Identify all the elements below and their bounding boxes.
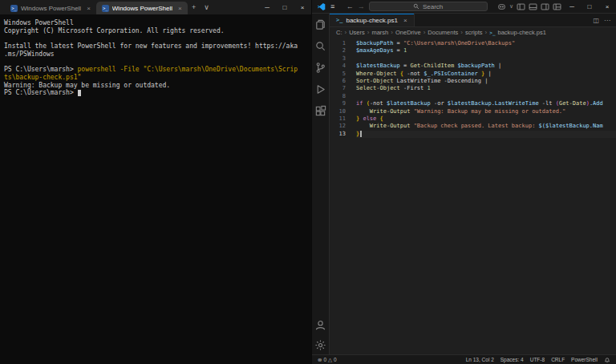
code-line[interactable]: } — [356, 131, 616, 138]
code-token: .PSIsContainer — [431, 71, 478, 77]
settings-gear-icon[interactable] — [314, 338, 327, 351]
search-icon[interactable] — [314, 39, 327, 52]
breadcrumb-item[interactable]: scripts — [465, 29, 483, 36]
status-bar-right: Ln 13, Col 2 Spaces: 4 UTF-8 CRLF PowerS… — [466, 357, 610, 363]
command-center: ← → Search — [338, 2, 496, 11]
line-number: 5 — [330, 71, 346, 78]
toggle-sidebar-icon[interactable] — [515, 0, 527, 13]
forward-icon[interactable]: → — [358, 2, 365, 10]
code-line[interactable]: Select-Object -First 1 — [356, 85, 616, 92]
code-token: = — [393, 47, 403, 54]
explorer-icon[interactable] — [314, 18, 327, 30]
code-token: Write-Output — [370, 123, 411, 129]
tab-backup-check[interactable]: >_ backup-check.ps1 × — [330, 14, 415, 26]
breadcrumb-item[interactable]: OneDrive — [395, 29, 421, 36]
breadcrumb-item[interactable]: C: — [336, 29, 342, 36]
close-tab-icon[interactable]: × — [84, 5, 91, 12]
close-tab-icon[interactable]: × — [176, 5, 182, 12]
copilot-icon[interactable] — [496, 0, 508, 13]
terminal-text: PS C:\Users\marsh> — [4, 89, 78, 96]
terminal-window: >_ Windows PowerShell × >_ Windows Power… — [0, 0, 311, 364]
back-icon[interactable]: ← — [346, 2, 354, 10]
breadcrumb-file[interactable]: backup-check.ps1 — [498, 29, 546, 36]
chevron-right-icon: › — [345, 29, 347, 36]
customize-layout-icon[interactable] — [551, 0, 563, 13]
code-token: else — [363, 115, 376, 122]
code-token: -not — [403, 71, 424, 77]
terminal-output[interactable]: Windows PowerShellCopyright (C) Microsof… — [0, 14, 311, 364]
search-input[interactable]: Search — [369, 2, 488, 11]
close-button[interactable]: × — [598, 3, 616, 10]
breadcrumb-item[interactable]: marsh — [371, 29, 388, 36]
language-mode[interactable]: PowerShell — [571, 357, 598, 362]
toggle-secondary-sidebar-icon[interactable] — [539, 0, 551, 13]
terminal-text: Install the latest PowerShell for new fe… — [4, 42, 298, 50]
notifications-bell-icon[interactable] — [604, 357, 610, 363]
minimize-button[interactable]: ─ — [258, 0, 276, 14]
code-line[interactable]: Write-Output "Backup check passed. Lates… — [356, 123, 616, 130]
chevron-right-icon: › — [367, 29, 370, 36]
line-number: 1 — [330, 40, 346, 47]
minimize-button[interactable]: ─ — [563, 3, 581, 10]
code-line[interactable]: } else { — [356, 115, 616, 123]
code-line[interactable]: Write-Output "Warning: Backup may be mis… — [356, 108, 616, 115]
code-line[interactable]: Where-Object { -not $_.PSIsContainer } | — [356, 71, 616, 78]
editor-group: >_ backup-check.ps1 × ◫ ⋯ C:›Users›marsh… — [330, 14, 616, 354]
maximize-button[interactable]: □ — [276, 0, 294, 14]
code-editor[interactable]: 12345678910111213 $backupPath = "C:\User… — [330, 38, 616, 354]
code-token: | — [481, 78, 488, 84]
terminal-text: Windows PowerShell — [4, 19, 74, 26]
code-line[interactable]: if (-not $latestBackup -or $latestBackup… — [356, 100, 616, 107]
code-line[interactable] — [356, 93, 616, 100]
line-number: 7 — [330, 85, 346, 92]
code-token: $latestBackup — [545, 123, 590, 129]
close-button[interactable]: × — [294, 0, 311, 14]
code-token: -Descending — [444, 78, 481, 84]
code-token: | — [495, 63, 501, 69]
close-tab-icon[interactable]: × — [401, 17, 407, 24]
more-actions-icon[interactable]: ⋯ — [604, 17, 610, 24]
tab-label: backup-check.ps1 — [346, 17, 397, 24]
breadcrumb-item[interactable]: Users — [349, 29, 365, 36]
toggle-panel-icon[interactable] — [527, 0, 539, 13]
encoding[interactable]: UTF-8 — [530, 357, 545, 362]
code-line[interactable] — [356, 55, 616, 63]
code-line[interactable]: Sort-Object LastWriteTime -Descending | — [356, 78, 616, 85]
account-icon[interactable] — [314, 318, 327, 331]
extensions-icon[interactable] — [314, 104, 327, 117]
code-token: Sort-Object — [356, 78, 393, 84]
terminal-text: ts\backup-check.ps1" — [4, 74, 81, 81]
code-token: -lt — [539, 100, 556, 107]
indentation[interactable]: Spaces: 4 — [500, 357, 524, 362]
terminal-line — [4, 58, 307, 66]
code-token: LastWriteTime — [393, 78, 444, 84]
editor-code[interactable]: $backupPath = "C:\Users\marsh\OneDrive\B… — [351, 40, 616, 354]
problems-indicator[interactable]: ⊗ 0 △ 0 — [318, 357, 337, 363]
split-editor-icon[interactable]: ◫ — [593, 17, 599, 24]
powershell-icon: >_ — [10, 5, 18, 12]
code-line[interactable]: $latestBackup = Get-ChildItem $backupPat… — [356, 63, 616, 70]
breadcrumb-item[interactable]: Documents — [428, 29, 458, 36]
code-line[interactable]: $backupPath = "C:\Users\marsh\OneDrive\B… — [356, 40, 616, 47]
terminal-line: PS C:\Users\marsh> — [4, 89, 307, 97]
new-tab-button[interactable]: + — [188, 0, 201, 14]
maximize-button[interactable]: □ — [581, 3, 598, 10]
terminal-tab-2[interactable]: >_ Windows PowerShell × — [96, 2, 188, 14]
terminal-line: PS C:\Users\marsh> powershell -File "C:\… — [4, 66, 307, 74]
terminal-tab-1[interactable]: >_ Windows PowerShell × — [5, 2, 96, 14]
code-token: .LastWriteTime — [492, 100, 539, 107]
chevron-down-icon[interactable]: ∨ — [508, 3, 515, 10]
code-token: Get-Date — [559, 100, 586, 107]
terminal-text: "C:\Users\marsh\OneDrive\Documents\Scrip — [143, 66, 298, 73]
terminal-text: PS C:\Users\marsh> — [4, 66, 78, 73]
source-control-icon[interactable] — [314, 61, 327, 74]
eol-sequence[interactable]: CRLF — [551, 357, 565, 362]
cursor-position[interactable]: Ln 13, Col 2 — [466, 357, 494, 362]
code-token: -First — [403, 85, 424, 91]
tab-dropdown-button[interactable]: ∨ — [201, 0, 213, 14]
run-debug-icon[interactable] — [314, 83, 327, 95]
code-line[interactable]: $maxAgeDays = 1 — [356, 47, 616, 55]
chevron-right-icon: › — [424, 29, 426, 36]
menu-icon[interactable]: ≡ — [330, 2, 334, 10]
code-token: } — [356, 131, 359, 137]
